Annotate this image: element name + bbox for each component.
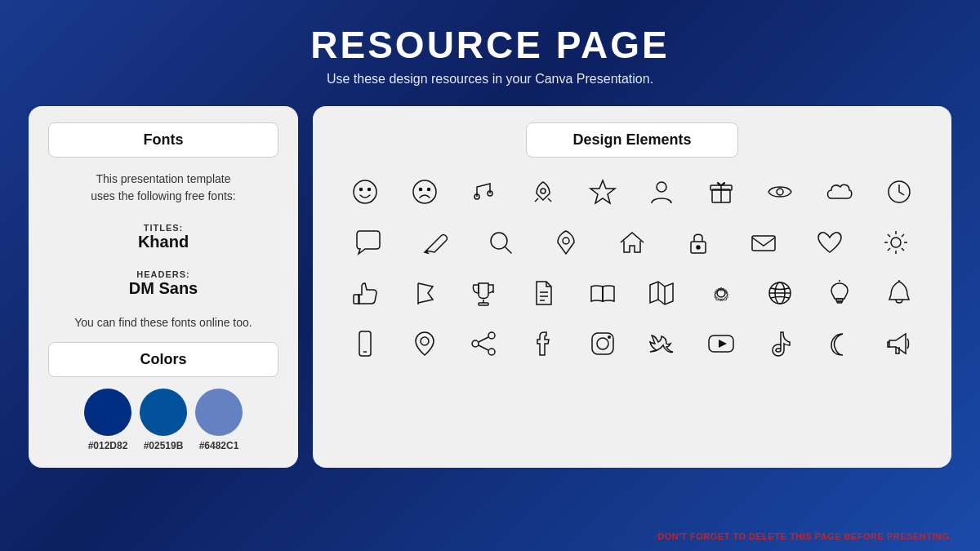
fonts-note: You can find these fonts online too.: [48, 316, 278, 329]
svg-point-1: [360, 189, 363, 191]
document-icon: [520, 270, 566, 316]
smiley-icon: [342, 169, 388, 215]
icon-row-4: [336, 321, 929, 367]
location-pin-icon: [402, 321, 448, 367]
svg-rect-19: [752, 236, 775, 251]
svg-point-57: [608, 335, 611, 339]
svg-point-8: [541, 189, 546, 193]
svg-point-10: [657, 182, 666, 192]
color-circle-2: [140, 389, 187, 436]
titles-label: TITLES:: [48, 223, 278, 233]
svg-line-53: [479, 337, 488, 342]
svg-point-13: [777, 189, 783, 195]
sun-icon: [873, 220, 919, 265]
svg-point-20: [891, 238, 901, 247]
flag-icon: [402, 270, 448, 316]
gift-icon: [698, 169, 744, 215]
thumbs-up-icon: [342, 270, 388, 316]
facebook-icon: [520, 321, 566, 367]
trophy-icon: [461, 270, 506, 316]
svg-point-4: [419, 189, 421, 191]
twitter-icon: [639, 321, 684, 367]
cloud-icon: [817, 169, 862, 215]
fonts-desc-line1: This presentation template: [96, 172, 231, 185]
color-swatches: #012D82 #02519B #6482C1: [48, 389, 278, 451]
map-icon: [639, 270, 684, 316]
svg-point-0: [354, 180, 376, 203]
design-elements-grid: [336, 169, 929, 367]
clock-icon: [876, 169, 922, 215]
speech-bubble-icon: [345, 220, 391, 265]
left-panel: Fonts This presentation template uses th…: [29, 106, 298, 468]
eye-icon: [757, 169, 803, 215]
swatch-hex-2: #02519B: [144, 440, 184, 451]
fonts-label: Fonts: [48, 122, 278, 158]
swatch-3: #6482C1: [195, 389, 243, 451]
svg-marker-59: [719, 340, 727, 348]
fonts-desc-line2: uses the following free fonts:: [91, 189, 235, 202]
music-note-icon: [461, 169, 506, 215]
svg-point-3: [413, 180, 436, 203]
svg-line-26: [902, 248, 904, 251]
swatch-hex-1: #012D82: [88, 440, 128, 451]
pin-icon: [543, 220, 589, 265]
design-elements-label: Design Elements: [526, 122, 738, 158]
lock-icon: [675, 220, 721, 265]
svg-line-27: [902, 234, 904, 237]
page-subtitle: Use these design resources in your Canva…: [310, 72, 669, 87]
svg-point-56: [597, 338, 608, 349]
svg-line-25: [888, 234, 890, 237]
user-icon: [639, 169, 684, 215]
svg-point-15: [491, 233, 507, 249]
icon-row-2: [336, 220, 929, 265]
svg-point-18: [697, 246, 700, 249]
youtube-icon: [698, 321, 744, 367]
mobile-icon: [342, 321, 388, 367]
pencil-icon: [412, 220, 457, 265]
search-icon: [478, 220, 523, 265]
heart-icon: [807, 220, 853, 265]
gear-icon: [698, 270, 744, 316]
swatch-2: #02519B: [140, 389, 187, 451]
star-icon: [580, 169, 626, 215]
headers-font-group: HEADERS: DM Sans: [48, 269, 278, 298]
main-content: Fonts This presentation template uses th…: [29, 106, 951, 468]
icon-row-3: [336, 270, 929, 316]
globe-icon: [757, 270, 803, 316]
svg-point-49: [421, 337, 429, 345]
footer-note: DON'T FORGET TO DELETE THIS PAGE BEFORE …: [657, 531, 952, 541]
fonts-description: This presentation template uses the foll…: [48, 171, 278, 205]
page-header: RESOURCE PAGE Use these design resources…: [310, 0, 669, 95]
svg-point-16: [563, 238, 569, 244]
headers-font-name: DM Sans: [48, 279, 278, 298]
sad-face-icon: [402, 169, 448, 215]
svg-point-51: [472, 340, 479, 347]
tiktok-icon: [757, 321, 803, 367]
rocket-icon: [520, 169, 566, 215]
svg-line-54: [479, 345, 488, 350]
colors-section: Colors #012D82 #02519B #6482C1: [48, 342, 278, 451]
book-icon: [580, 270, 626, 316]
svg-point-5: [427, 189, 430, 191]
right-panel: Design Elements: [313, 106, 951, 468]
instagram-icon: [580, 321, 626, 367]
swatch-1: #012D82: [84, 389, 131, 451]
lightbulb-icon: [817, 270, 862, 316]
icon-row-1: [336, 169, 929, 215]
share-icon: [461, 321, 506, 367]
home-icon: [609, 220, 655, 265]
megaphone-icon: [876, 321, 922, 367]
svg-point-2: [368, 189, 371, 191]
colors-label: Colors: [48, 342, 278, 377]
svg-marker-9: [590, 180, 615, 203]
swatch-hex-3: #6482C1: [199, 440, 239, 451]
moon-icon: [817, 321, 862, 367]
svg-rect-44: [837, 301, 842, 303]
color-circle-3: [195, 389, 243, 436]
titles-font-name: Khand: [48, 233, 278, 251]
svg-marker-36: [650, 282, 673, 304]
svg-rect-31: [479, 303, 488, 305]
headers-label: HEADERS:: [48, 269, 278, 279]
bell-icon: [876, 270, 922, 316]
color-circle-1: [84, 389, 131, 436]
